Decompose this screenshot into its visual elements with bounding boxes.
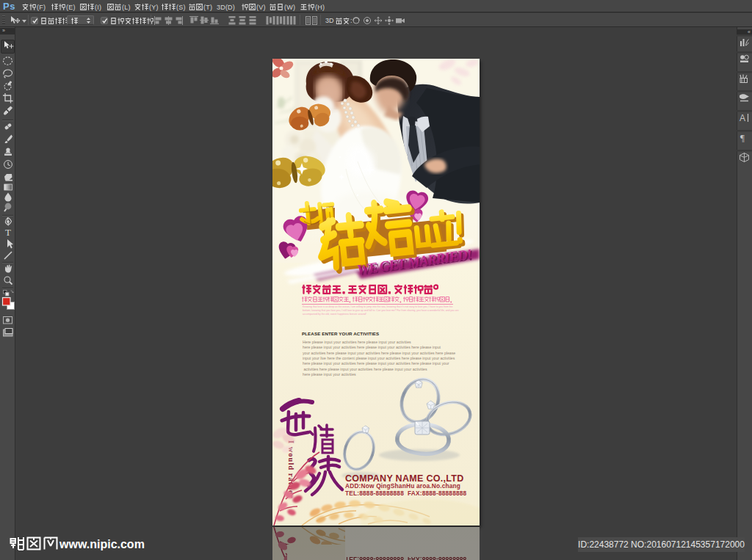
svg-text:¶: ¶ bbox=[740, 132, 745, 143]
svg-text:T: T bbox=[5, 227, 11, 238]
svg-text:A: A bbox=[740, 113, 745, 123]
